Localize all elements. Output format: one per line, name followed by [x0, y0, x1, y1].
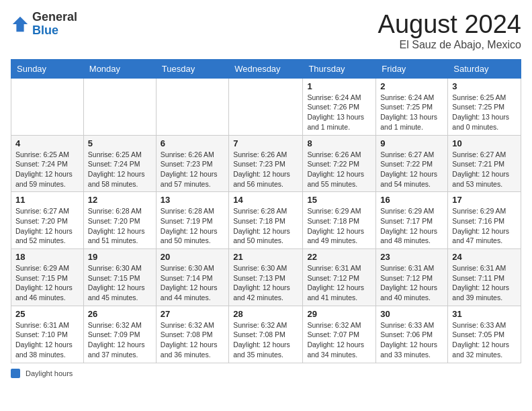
day-info: Sunrise: 6:28 AM Sunset: 7:19 PM Dayligh… [161, 206, 224, 246]
day-number: 21 [233, 252, 298, 262]
day-info: Sunrise: 6:28 AM Sunset: 7:18 PM Dayligh… [233, 206, 298, 246]
day-number: 14 [233, 195, 298, 205]
day-info: Sunrise: 6:28 AM Sunset: 7:20 PM Dayligh… [88, 206, 152, 246]
calendar-cell: 7Sunrise: 6:26 AM Sunset: 7:23 PM Daylig… [229, 135, 303, 192]
day-info: Sunrise: 6:29 AM Sunset: 7:15 PM Dayligh… [15, 263, 79, 303]
day-number: 8 [307, 138, 371, 148]
day-number: 22 [307, 252, 371, 262]
day-number: 30 [380, 309, 443, 319]
calendar-day-header: Thursday [303, 59, 376, 78]
logo: General Blue [11, 11, 77, 38]
day-info: Sunrise: 6:25 AM Sunset: 7:25 PM Dayligh… [452, 93, 517, 132]
day-info: Sunrise: 6:32 AM Sunset: 7:09 PM Dayligh… [88, 320, 152, 360]
logo-blue: Blue [32, 24, 58, 37]
day-info: Sunrise: 6:25 AM Sunset: 7:24 PM Dayligh… [15, 150, 79, 189]
calendar-cell [11, 78, 84, 135]
calendar-cell: 17Sunrise: 6:29 AM Sunset: 7:16 PM Dayli… [448, 192, 521, 249]
calendar-cell: 2Sunrise: 6:24 AM Sunset: 7:25 PM Daylig… [376, 78, 448, 135]
day-number: 27 [161, 309, 224, 319]
day-number: 24 [452, 252, 517, 262]
calendar-cell: 3Sunrise: 6:25 AM Sunset: 7:25 PM Daylig… [448, 78, 521, 135]
day-number: 12 [88, 195, 152, 205]
day-info: Sunrise: 6:27 AM Sunset: 7:21 PM Dayligh… [452, 150, 517, 189]
calendar-cell: 14Sunrise: 6:28 AM Sunset: 7:18 PM Dayli… [229, 192, 303, 249]
calendar-cell: 21Sunrise: 6:30 AM Sunset: 7:13 PM Dayli… [229, 249, 303, 306]
footer: Daylight hours [11, 369, 521, 378]
calendar-day-header: Sunday [11, 59, 84, 78]
day-info: Sunrise: 6:25 AM Sunset: 7:24 PM Dayligh… [88, 150, 152, 189]
day-info: Sunrise: 6:29 AM Sunset: 7:18 PM Dayligh… [307, 206, 371, 246]
calendar-day-header: Saturday [448, 59, 521, 78]
title-area: August 2024 El Sauz de Abajo, Mexico [378, 11, 521, 51]
day-info: Sunrise: 6:31 AM Sunset: 7:10 PM Dayligh… [15, 320, 79, 360]
calendar-cell: 16Sunrise: 6:29 AM Sunset: 7:17 PM Dayli… [376, 192, 448, 249]
calendar-cell: 22Sunrise: 6:31 AM Sunset: 7:12 PM Dayli… [303, 249, 376, 306]
calendar-cell: 19Sunrise: 6:30 AM Sunset: 7:15 PM Dayli… [83, 249, 156, 306]
day-number: 1 [307, 81, 371, 91]
day-number: 17 [452, 195, 517, 205]
calendar-cell: 29Sunrise: 6:32 AM Sunset: 7:07 PM Dayli… [303, 306, 376, 363]
day-number: 13 [161, 195, 224, 205]
day-number: 15 [307, 195, 371, 205]
calendar-day-header: Monday [83, 59, 156, 78]
day-info: Sunrise: 6:26 AM Sunset: 7:22 PM Dayligh… [307, 150, 371, 189]
day-number: 20 [161, 252, 224, 262]
day-number: 5 [88, 138, 152, 148]
calendar-cell: 15Sunrise: 6:29 AM Sunset: 7:18 PM Dayli… [303, 192, 376, 249]
calendar-header-row: SundayMondayTuesdayWednesdayThursdayFrid… [11, 59, 521, 78]
day-number: 7 [233, 138, 298, 148]
day-info: Sunrise: 6:29 AM Sunset: 7:16 PM Dayligh… [452, 206, 517, 246]
day-info: Sunrise: 6:32 AM Sunset: 7:07 PM Dayligh… [307, 320, 371, 360]
calendar-cell: 30Sunrise: 6:33 AM Sunset: 7:06 PM Dayli… [376, 306, 448, 363]
day-info: Sunrise: 6:33 AM Sunset: 7:06 PM Dayligh… [380, 320, 443, 360]
day-number: 11 [15, 195, 79, 205]
day-info: Sunrise: 6:32 AM Sunset: 7:08 PM Dayligh… [233, 320, 298, 360]
svg-marker-0 [13, 17, 28, 32]
day-info: Sunrise: 6:33 AM Sunset: 7:05 PM Dayligh… [452, 320, 517, 360]
calendar-cell: 23Sunrise: 6:31 AM Sunset: 7:12 PM Dayli… [376, 249, 448, 306]
footer-label: Daylight hours [26, 369, 73, 377]
day-number: 26 [88, 309, 152, 319]
day-info: Sunrise: 6:30 AM Sunset: 7:13 PM Dayligh… [233, 263, 298, 303]
day-number: 19 [88, 252, 152, 262]
logo-icon [11, 15, 30, 34]
calendar-cell: 5Sunrise: 6:25 AM Sunset: 7:24 PM Daylig… [83, 135, 156, 192]
daylight-box [11, 369, 20, 378]
day-info: Sunrise: 6:31 AM Sunset: 7:12 PM Dayligh… [380, 263, 443, 303]
day-info: Sunrise: 6:27 AM Sunset: 7:20 PM Dayligh… [15, 206, 79, 246]
day-info: Sunrise: 6:29 AM Sunset: 7:17 PM Dayligh… [380, 206, 443, 246]
day-number: 10 [452, 138, 517, 148]
day-number: 28 [233, 309, 298, 319]
calendar-cell: 25Sunrise: 6:31 AM Sunset: 7:10 PM Dayli… [11, 306, 84, 363]
calendar-day-header: Tuesday [156, 59, 228, 78]
calendar-cell: 27Sunrise: 6:32 AM Sunset: 7:08 PM Dayli… [156, 306, 228, 363]
day-info: Sunrise: 6:27 AM Sunset: 7:22 PM Dayligh… [380, 150, 443, 189]
calendar-week-row: 1Sunrise: 6:24 AM Sunset: 7:26 PM Daylig… [11, 78, 521, 135]
calendar-cell: 18Sunrise: 6:29 AM Sunset: 7:15 PM Dayli… [11, 249, 84, 306]
calendar-cell: 26Sunrise: 6:32 AM Sunset: 7:09 PM Dayli… [83, 306, 156, 363]
calendar-cell: 8Sunrise: 6:26 AM Sunset: 7:22 PM Daylig… [303, 135, 376, 192]
header: General Blue August 2024 El Sauz de Abaj… [11, 11, 521, 51]
calendar-cell: 13Sunrise: 6:28 AM Sunset: 7:19 PM Dayli… [156, 192, 228, 249]
day-info: Sunrise: 6:26 AM Sunset: 7:23 PM Dayligh… [161, 150, 224, 189]
calendar-cell: 12Sunrise: 6:28 AM Sunset: 7:20 PM Dayli… [83, 192, 156, 249]
day-number: 18 [15, 252, 79, 262]
calendar-cell [229, 78, 303, 135]
calendar-week-row: 25Sunrise: 6:31 AM Sunset: 7:10 PM Dayli… [11, 306, 521, 363]
day-number: 6 [161, 138, 224, 148]
day-info: Sunrise: 6:26 AM Sunset: 7:23 PM Dayligh… [233, 150, 298, 189]
logo-general: General [32, 10, 77, 24]
location: El Sauz de Abajo, Mexico [378, 39, 521, 51]
calendar-week-row: 11Sunrise: 6:27 AM Sunset: 7:20 PM Dayli… [11, 192, 521, 249]
calendar-cell: 20Sunrise: 6:30 AM Sunset: 7:14 PM Dayli… [156, 249, 228, 306]
month-year: August 2024 [378, 11, 521, 39]
calendar-cell [83, 78, 156, 135]
day-number: 3 [452, 81, 517, 91]
day-info: Sunrise: 6:24 AM Sunset: 7:25 PM Dayligh… [380, 93, 443, 132]
day-number: 29 [307, 309, 371, 319]
day-info: Sunrise: 6:31 AM Sunset: 7:11 PM Dayligh… [452, 263, 517, 303]
calendar-cell [156, 78, 228, 135]
day-info: Sunrise: 6:31 AM Sunset: 7:12 PM Dayligh… [307, 263, 371, 303]
calendar-week-row: 18Sunrise: 6:29 AM Sunset: 7:15 PM Dayli… [11, 249, 521, 306]
calendar-cell: 6Sunrise: 6:26 AM Sunset: 7:23 PM Daylig… [156, 135, 228, 192]
